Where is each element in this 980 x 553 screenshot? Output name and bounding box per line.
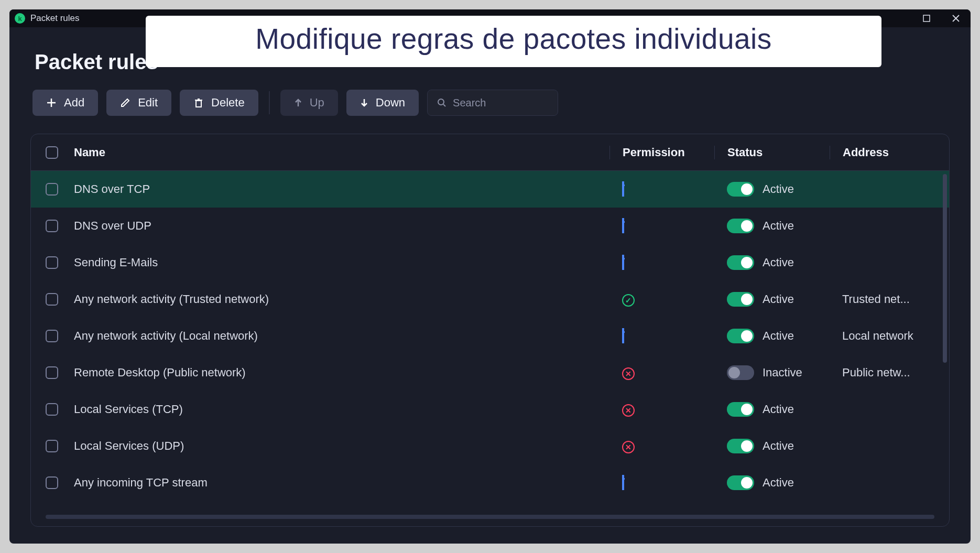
plus-icon	[46, 97, 57, 108]
rule-permission	[609, 256, 714, 269]
edit-button[interactable]: Edit	[106, 90, 171, 116]
svg-rect-0	[923, 15, 930, 21]
delete-button-label: Delete	[211, 96, 245, 110]
rule-name: Remote Desktop (Public network)	[74, 366, 609, 379]
rule-name: Any network activity (Local network)	[74, 329, 609, 343]
row-checkbox[interactable]	[46, 476, 58, 489]
down-button[interactable]: Down	[346, 90, 419, 116]
column-header-status[interactable]: Status	[714, 146, 830, 159]
rule-address: Public netw...	[830, 366, 934, 379]
status-label: Active	[763, 219, 794, 233]
row-checkbox[interactable]	[46, 366, 58, 379]
permission-app-icon	[622, 218, 624, 233]
rule-permission: ✕	[609, 366, 714, 380]
status-label: Active	[763, 476, 794, 490]
table-row[interactable]: DNS over TCPActive	[31, 171, 949, 208]
svg-rect-5	[196, 101, 201, 107]
toolbar-separator	[269, 91, 270, 114]
trash-icon	[193, 97, 204, 108]
table-row[interactable]: DNS over UDPActive	[31, 208, 949, 244]
status-label: Active	[763, 329, 794, 343]
row-checkbox[interactable]	[46, 330, 58, 342]
column-header-address[interactable]: Address	[830, 146, 934, 159]
status-label: Active	[763, 439, 794, 453]
table-row[interactable]: Local Services (TCP)✕Active	[31, 391, 949, 428]
permission-deny-icon: ✕	[622, 404, 635, 417]
window-maximize-button[interactable]	[912, 9, 941, 27]
arrow-up-icon	[294, 98, 302, 107]
up-button-label: Up	[310, 96, 324, 110]
add-button-label: Add	[64, 96, 84, 110]
rule-name: DNS over TCP	[74, 182, 609, 196]
table-header: Name Permission Status Address	[31, 134, 949, 171]
vertical-scrollbar[interactable]	[943, 174, 947, 363]
rule-permission	[609, 329, 714, 343]
annotation-banner: Modifique regras de pacotes individuais	[146, 16, 881, 67]
permission-app-icon	[622, 475, 624, 490]
status-toggle[interactable]	[727, 329, 754, 343]
rule-name: DNS over UDP	[74, 219, 609, 233]
rule-name: Sending E-Mails	[74, 256, 609, 269]
status-toggle[interactable]	[727, 439, 754, 453]
window-title: Packet rules	[30, 13, 80, 24]
rule-permission	[609, 182, 714, 196]
table-row[interactable]: Local Services (UDP)✕Active	[31, 428, 949, 464]
row-checkbox[interactable]	[46, 256, 58, 269]
permission-deny-icon: ✕	[622, 367, 635, 380]
app-logo-icon: k	[15, 13, 25, 24]
rule-name: Local Services (UDP)	[74, 439, 609, 453]
rule-permission	[609, 219, 714, 233]
select-all-checkbox[interactable]	[46, 146, 58, 159]
status-label: Active	[763, 182, 794, 196]
column-header-permission[interactable]: Permission	[609, 146, 714, 159]
status-toggle[interactable]	[727, 219, 754, 233]
status-toggle[interactable]	[727, 255, 754, 270]
pencil-icon	[120, 97, 130, 108]
table-row[interactable]: Sending E-MailsActive	[31, 244, 949, 281]
rule-name: Any incoming TCP stream	[74, 476, 609, 490]
rule-name: Any network activity (Trusted network)	[74, 292, 609, 306]
close-icon	[952, 15, 960, 22]
table-row[interactable]: Any network activity (Local network)Acti…	[31, 318, 949, 354]
row-checkbox[interactable]	[46, 220, 58, 232]
toolbar: Add Edit Delete Up Down	[9, 74, 971, 121]
permission-app-icon	[622, 255, 624, 270]
status-label: Inactive	[763, 366, 802, 379]
permission-allow-icon: ✓	[622, 294, 635, 307]
square-icon	[923, 15, 930, 22]
search-input[interactable]	[453, 97, 548, 109]
rule-name: Local Services (TCP)	[74, 403, 609, 416]
row-checkbox[interactable]	[46, 293, 58, 306]
column-header-name[interactable]: Name	[74, 146, 609, 159]
permission-app-icon	[622, 181, 624, 197]
down-button-label: Down	[376, 96, 405, 110]
edit-button-label: Edit	[138, 96, 158, 110]
rules-table: Name Permission Status Address DNS over …	[30, 134, 950, 527]
table-row[interactable]: Any network activity (Trusted network)✓A…	[31, 281, 949, 318]
status-label: Active	[763, 256, 794, 269]
rule-permission: ✕	[609, 439, 714, 453]
rule-permission	[609, 476, 714, 490]
status-toggle[interactable]	[727, 475, 754, 490]
status-label: Active	[763, 292, 794, 306]
arrow-down-icon	[360, 98, 368, 107]
status-label: Active	[763, 403, 794, 416]
window-close-button[interactable]	[941, 9, 971, 27]
horizontal-scrollbar[interactable]	[46, 515, 934, 519]
status-toggle[interactable]	[727, 402, 754, 417]
status-toggle[interactable]	[727, 292, 754, 307]
status-toggle[interactable]	[727, 365, 754, 380]
table-row[interactable]: Remote Desktop (Public network)✕Inactive…	[31, 354, 949, 391]
rule-permission: ✕	[609, 403, 714, 417]
row-checkbox[interactable]	[46, 403, 58, 416]
search-field[interactable]	[427, 90, 558, 116]
status-toggle[interactable]	[727, 182, 754, 197]
delete-button[interactable]: Delete	[180, 90, 258, 116]
permission-deny-icon: ✕	[622, 441, 635, 453]
add-button[interactable]: Add	[32, 90, 98, 116]
permission-app-icon	[622, 328, 624, 343]
table-row[interactable]: Any incoming TCP streamActive	[31, 464, 949, 501]
row-checkbox[interactable]	[46, 440, 58, 452]
row-checkbox[interactable]	[46, 183, 58, 196]
up-button[interactable]: Up	[280, 90, 338, 116]
